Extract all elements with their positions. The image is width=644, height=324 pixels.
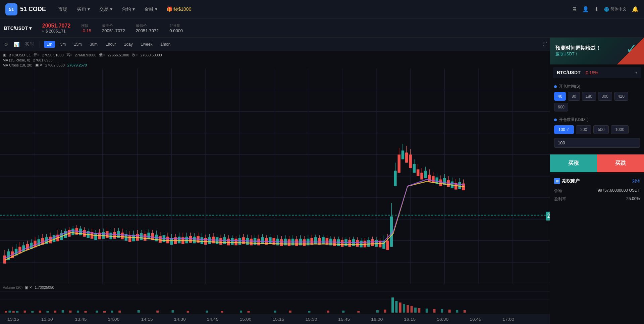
toolbar-sep	[40, 41, 40, 48]
svg-rect-313	[342, 311, 344, 313]
svg-text:17:00: 17:00	[502, 317, 514, 321]
svg-rect-290	[39, 311, 41, 313]
open-qty-label: 开仓数量(USDT)	[559, 117, 589, 123]
chart-info: ▣ BTC/USDT, 1 开= 27656.51000 高= 27668.93…	[0, 51, 550, 68]
svg-text:14:30: 14:30	[174, 317, 186, 321]
time-btn-40[interactable]: 40	[554, 92, 566, 101]
qty-buttons: 100 ✓ 200 500 1000	[550, 124, 644, 137]
svg-rect-308	[248, 311, 250, 313]
svg-text:16:45: 16:45	[470, 317, 481, 321]
tf-1day[interactable]: 1day	[121, 41, 136, 48]
ticker-high: 最高价 20051.7072	[102, 23, 125, 33]
lang-label: 简体中文	[610, 6, 627, 12]
lang-button[interactable]: 🌐 简体中文	[604, 6, 627, 12]
realtime-label[interactable]: 实时	[23, 40, 36, 49]
close-val: 27660.50000	[140, 53, 162, 57]
promo-title: 预测时间周期涨跌！	[555, 45, 601, 51]
ticker-change: 涨幅 -0.15	[81, 23, 91, 33]
svg-rect-294	[69, 311, 71, 313]
svg-rect-122	[185, 237, 188, 243]
download-icon[interactable]: ⬇	[594, 6, 599, 12]
transfer-button[interactable]: 划转	[632, 178, 640, 184]
main-layout: ⚙ 📊 实时 1m 5m 15m 30m 1hour 1day 1week 1m…	[0, 38, 644, 324]
svg-rect-286	[12, 311, 15, 313]
svg-rect-234	[397, 154, 400, 173]
volume-label: Volume (20) ▣ ✕ 1.70025050	[3, 285, 54, 290]
buy-up-button[interactable]: 买涨	[550, 154, 597, 172]
qty-btn-1000[interactable]: 1000	[611, 125, 629, 134]
nav-finance[interactable]: 金融 ▾	[140, 4, 161, 15]
nav-market[interactable]: 市场	[54, 4, 71, 15]
tf-1hour[interactable]: 1hour	[103, 41, 119, 48]
qty-btn-100[interactable]: 100 ✓	[554, 125, 574, 134]
time-dot	[554, 85, 557, 88]
chart-area[interactable]: 27840.0000 27800.0000 27760.0000 27720.0…	[0, 68, 550, 284]
svg-rect-130	[201, 237, 203, 244]
tf-1week[interactable]: 1week	[138, 41, 155, 48]
svg-rect-311	[308, 311, 310, 313]
nav-trade[interactable]: 交易 ▾	[95, 4, 116, 15]
svg-rect-138	[216, 237, 218, 244]
svg-rect-315	[376, 310, 379, 313]
nav-gift[interactable]: 🎁 袋$1000	[163, 4, 196, 15]
svg-rect-330	[464, 310, 466, 313]
time-btn-600[interactable]: 600	[554, 103, 568, 111]
nav-contract[interactable]: 合约 ▾	[118, 4, 139, 15]
logo-icon: 51	[5, 3, 17, 15]
tf-1mon[interactable]: 1mon	[158, 41, 173, 48]
open-val: 27656.51000	[42, 53, 63, 57]
svg-rect-180	[295, 239, 298, 246]
qty-btn-500[interactable]: 500	[593, 125, 609, 134]
buy-down-button[interactable]: 买跌	[597, 154, 644, 172]
svg-text:27660.50000: 27660.50000	[547, 213, 550, 219]
low-val: 27656.51000	[108, 53, 129, 57]
qty-input[interactable]	[554, 138, 640, 148]
tf-15m[interactable]: 15m	[71, 41, 84, 48]
time-btn-180[interactable]: 180	[582, 92, 596, 101]
settings-icon[interactable]: ⚙	[3, 40, 10, 48]
tf-1m[interactable]: 1m	[44, 41, 55, 48]
right-panel: 预测时间周期涨跌！ 赢取USDT！ ✓ BTC/USDT -0.15% ▾ 开仓…	[550, 38, 644, 324]
svg-rect-310	[289, 311, 291, 313]
volume-area: Volume (20) ▣ ✕ 1.70025050	[0, 284, 550, 314]
nav-buy[interactable]: 买币 ▾	[73, 4, 94, 15]
svg-rect-303	[171, 310, 174, 313]
low-label: 低=	[99, 52, 105, 57]
svg-rect-324	[418, 308, 420, 313]
indicator-icon[interactable]: 📊	[12, 40, 21, 48]
svg-rect-320	[403, 304, 405, 313]
time-buttons: 40 80 180 300 420 600	[550, 91, 644, 114]
bell-icon[interactable]: 🔔	[632, 6, 639, 12]
svg-rect-238	[405, 152, 408, 163]
open-time-section: 开仓时间(S)	[550, 81, 644, 91]
expand-button[interactable]: ⛶	[543, 42, 547, 47]
pair-selector-name: BTC/USDT	[557, 70, 581, 75]
qty-btn-200[interactable]: 200	[576, 125, 591, 134]
tf-30m[interactable]: 30m	[87, 41, 100, 48]
svg-rect-287	[16, 311, 18, 313]
open-label: 开=	[34, 52, 39, 57]
pair-name[interactable]: BTC/USDT ▾	[4, 26, 32, 31]
svg-rect-298	[103, 311, 106, 313]
globe-icon: 🌐	[604, 7, 609, 12]
user-icon[interactable]: 👤	[582, 6, 589, 12]
profit-label: 盈利率	[554, 196, 566, 202]
tf-5m[interactable]: 5m	[58, 41, 69, 48]
promo-corner	[617, 38, 644, 64]
screen-icon[interactable]: 🖥	[572, 6, 577, 12]
svg-rect-98	[140, 233, 143, 240]
svg-rect-321	[407, 305, 409, 313]
time-btn-300[interactable]: 300	[598, 92, 612, 101]
svg-rect-126	[193, 237, 196, 243]
price-main: 20051.7072	[42, 23, 71, 29]
svg-rect-84	[113, 232, 116, 239]
header: 51 51 CODE 市场 买币 ▾ 交易 ▾ 合约 ▾ 金融 ▾ 🎁 袋$10…	[0, 0, 644, 19]
svg-rect-307	[240, 311, 242, 313]
time-btn-80[interactable]: 80	[568, 92, 580, 101]
time-btn-420[interactable]: 420	[614, 92, 628, 101]
pair-selector[interactable]: BTC/USDT -0.15% ▾	[553, 67, 641, 78]
promo-banner[interactable]: 预测时间周期涨跌！ 赢取USDT！ ✓	[550, 38, 644, 64]
svg-text:16:00: 16:00	[371, 317, 383, 321]
close-label: 收=	[132, 52, 138, 57]
svg-rect-220	[371, 239, 374, 246]
